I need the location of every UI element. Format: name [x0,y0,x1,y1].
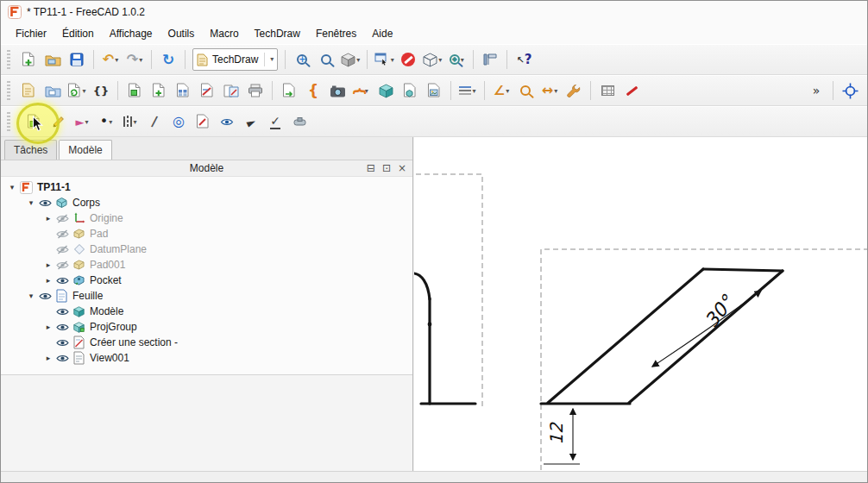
surface-finish-button[interactable] [288,110,311,133]
tree-item-origine[interactable]: ▸ Origine [1,210,412,226]
redo-button[interactable]: ↷▾ [123,48,146,71]
dimension-repair-button[interactable] [563,79,585,102]
print-button[interactable] [244,79,267,102]
section-view-button[interactable] [196,79,218,102]
expand-arrow-icon[interactable]: ▸ [42,276,54,285]
new-document-button[interactable] [17,48,40,71]
zoom-object-button[interactable]: ◆▾ [445,48,468,71]
tree-item-pocket[interactable]: ▸ Pocket [1,273,412,288]
tree-item-modele[interactable]: Modèle [1,304,412,319]
redraw-page-button[interactable]: ▾ [66,79,88,102]
slant-edge-2[interactable] [629,271,783,403]
image-view-button[interactable] [423,79,445,102]
tree-item-label[interactable]: Corps [72,197,100,209]
cosmetic-line-red-button[interactable] [620,79,643,102]
menu-fenetres[interactable]: Fenêtres [308,25,364,42]
tree-item-label[interactable]: View001 [90,352,129,364]
centerline-button[interactable]: ▾ [119,110,142,133]
open-document-button[interactable] [41,48,64,71]
panel-float-icon[interactable]: ⊡ [382,162,391,174]
tree-item-label[interactable]: TP11-1 [37,181,71,193]
refresh-button[interactable]: ↻ [157,48,179,71]
tree-item-label[interactable]: DatumPlane [90,243,147,255]
measure-button[interactable] [479,48,501,71]
tree-item-view001[interactable]: ▸ View001 [1,350,412,366]
menu-fichier[interactable]: Fichier [8,25,54,42]
expand-arrow-icon[interactable]: ▾ [6,183,18,191]
zoom-fit-all-button[interactable]: + [291,48,313,71]
toolbar-overflow-button[interactable]: » [805,79,827,102]
origin-crosshair-button[interactable] [839,79,861,102]
insert-active-view-button-2[interactable] [22,110,45,133]
insert-view-button[interactable] [148,79,170,102]
undo-button[interactable]: ↶▾ [99,48,122,71]
expand-arrow-icon[interactable]: ▾ [25,292,37,300]
tree-item-pad[interactable]: Pad [1,226,412,242]
expand-arrow-icon[interactable]: ▾ [25,198,37,207]
expand-arrow-icon[interactable]: ▸ [42,354,54,362]
tree-item-creer-une-section[interactable]: Créer une section - [1,335,412,350]
draft-view-button[interactable] [278,79,300,102]
angle-dimension-button[interactable]: ∠▾ [490,79,513,102]
toolbar-handle[interactable] [7,50,10,69]
tree-item-label[interactable]: Pad [90,228,108,240]
tree-item-tp11-1[interactable]: ▾ TP11-1 [1,179,412,195]
leader-line-button[interactable]: ► [240,110,262,133]
save-button[interactable] [66,48,88,71]
tree-item-corps[interactable]: ▾ Corps [1,195,412,210]
expand-arrow-icon[interactable]: ▸ [42,260,54,269]
box-zoom-button[interactable]: ▾ [373,48,395,71]
workbench-selector[interactable]: TechDraw ▾ [192,48,278,71]
tree-item-label[interactable]: Feuille [72,290,103,302]
toolbar-handle[interactable] [7,112,10,131]
shape-view-button[interactable] [399,79,421,102]
axonometric-view-button[interactable]: ▾ [339,48,362,71]
center-mark-button[interactable]: ◎ [167,110,190,133]
clip-actions-button[interactable]: {▾ [350,79,373,102]
new-page-template-button[interactable] [41,79,64,102]
zoom-selection-button[interactable] [315,48,337,71]
clip-group-button[interactable]: { [302,79,324,102]
vertex-dot[interactable] [428,323,432,327]
menu-outils[interactable]: Outils [160,25,203,42]
tree-item-label[interactable]: Pocket [90,274,122,286]
detail-view-button[interactable] [514,79,537,102]
menu-affichage[interactable]: Affichage [102,25,160,42]
arrow-style-button[interactable]: ►▾ [71,110,93,133]
tab-taches[interactable]: Tâches [4,140,57,160]
techdraw-canvas[interactable]: 30° 12 [414,137,867,471]
new-page-default-button[interactable] [17,79,40,102]
cosmetic-vertex-button[interactable]: •▾ [95,110,117,133]
tree-item-label[interactable]: Créer une section - [90,336,178,348]
top-edge[interactable] [703,269,783,271]
tree-item-label[interactable]: Modèle [90,305,123,317]
panel-dock-icon[interactable]: ⊟ [367,162,375,174]
slant-edge-1[interactable] [548,269,703,403]
weld-symbol-button[interactable]: ✓ [264,110,286,133]
menu-aide[interactable]: Aide [364,25,400,42]
tree-item-pad001[interactable]: ▸ Pad001 [1,257,412,273]
projection-cube-button[interactable] [374,79,397,102]
model-tree[interactable]: ▾ TP11-1 ▾ Corps ▸ Origine Pad [1,177,412,375]
height-dimension-label[interactable]: 12 [546,423,567,444]
menu-edition[interactable]: Édition [54,25,102,42]
toggle-frames-button[interactable] [216,110,238,133]
tree-item-feuille[interactable]: ▾ Feuille [1,288,412,304]
hatch-button[interactable] [596,79,619,102]
toolbar-handle[interactable] [7,81,10,100]
tree-item-projgroup[interactable]: ▸ ProjGroup [1,319,412,335]
projection-group-button[interactable] [172,79,194,102]
panel-close-icon[interactable]: × [398,162,406,174]
tab-modele[interactable]: Modèle [59,140,111,160]
annotation-button[interactable] [192,110,214,133]
stop-navigation-button[interactable] [397,48,419,71]
complex-section-button[interactable] [220,79,242,102]
cosmetic-line-button[interactable]: / [143,110,166,133]
edit-annotation-button[interactable] [47,110,69,133]
tree-item-label[interactable]: Origine [90,212,123,224]
expand-arrow-icon[interactable]: ▸ [42,214,54,223]
insert-active-view-button[interactable] [123,79,146,102]
tree-item-label[interactable]: ProjGroup [90,321,137,333]
line-attributes-button[interactable]: ▾ [456,79,479,102]
template-field-button[interactable]: {} [90,79,112,102]
